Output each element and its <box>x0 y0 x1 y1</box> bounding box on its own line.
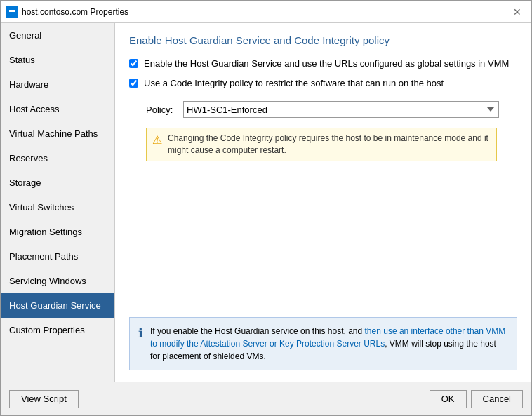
cancel-button[interactable]: Cancel <box>471 390 523 408</box>
sidebar-item-reserves[interactable]: Reserves <box>1 146 114 170</box>
policy-label: Policy: <box>146 105 178 115</box>
sidebar-item-host-guardian-service[interactable]: Host Guardian Service <box>1 293 114 318</box>
sidebar-item-general[interactable]: General <box>1 23 114 48</box>
view-script-button[interactable]: View Script <box>9 390 79 408</box>
checkbox2-row: Use a Code Integrity policy to restrict … <box>129 77 517 90</box>
ok-button[interactable]: OK <box>430 390 467 408</box>
title-bar: host.contoso.com Properties ✕ <box>1 1 531 23</box>
enable-code-integrity-checkbox[interactable] <box>129 79 138 88</box>
dialog-body: General Status Hardware Host Access Virt… <box>1 23 531 382</box>
sidebar: General Status Hardware Host Access Virt… <box>1 23 115 382</box>
enable-hgs-checkbox[interactable] <box>129 59 138 68</box>
sidebar-item-virtual-switches[interactable]: Virtual Switches <box>1 195 114 220</box>
sidebar-item-storage[interactable]: Storage <box>1 170 114 195</box>
checkbox1-label: Enable the Host Guardian Service and use… <box>144 58 509 70</box>
section-title: Enable Host Guardian Service and Code In… <box>129 34 517 46</box>
sidebar-item-servicing-windows[interactable]: Servicing Windows <box>1 269 114 293</box>
warning-text: Changing the Code Integrity policy requi… <box>168 133 491 156</box>
svg-rect-1 <box>9 10 15 11</box>
close-button[interactable]: ✕ <box>509 4 526 20</box>
svg-rect-3 <box>9 13 13 13</box>
svg-rect-2 <box>9 11 15 12</box>
sidebar-item-custom-properties[interactable]: Custom Properties <box>1 318 114 342</box>
sidebar-item-placement-paths[interactable]: Placement Paths <box>1 244 114 269</box>
sidebar-item-migration-settings[interactable]: Migration Settings <box>1 220 114 244</box>
window-title: host.contoso.com Properties <box>22 7 509 17</box>
policy-select[interactable]: HW1-SC1-Enforced <box>183 101 499 118</box>
info-highlight: then use an interface other than VMM to … <box>150 326 505 349</box>
info-text: If you enable the Host Guardian service … <box>150 325 508 363</box>
info-box: ℹ If you enable the Host Guardian servic… <box>129 317 517 370</box>
sidebar-item-host-access[interactable]: Host Access <box>1 97 114 121</box>
warning-box: ⚠ Changing the Code Integrity policy req… <box>146 128 497 161</box>
policy-row: Policy: HW1-SC1-Enforced <box>146 101 517 118</box>
checkbox2-label: Use a Code Integrity policy to restrict … <box>144 77 444 90</box>
dialog-footer: View Script OK Cancel <box>1 382 531 415</box>
sidebar-item-virtual-machine-paths[interactable]: Virtual Machine Paths <box>1 121 114 146</box>
sidebar-item-status[interactable]: Status <box>1 48 114 72</box>
warning-icon: ⚠ <box>152 133 162 147</box>
main-content-area: Enable Host Guardian Service and Code In… <box>115 23 531 382</box>
window-icon <box>6 6 18 18</box>
main-dialog: host.contoso.com Properties ✕ General St… <box>0 0 532 416</box>
sidebar-item-hardware[interactable]: Hardware <box>1 72 114 97</box>
info-icon: ℹ <box>138 326 143 341</box>
footer-left: View Script <box>9 390 425 408</box>
checkbox1-row: Enable the Host Guardian Service and use… <box>129 58 517 70</box>
